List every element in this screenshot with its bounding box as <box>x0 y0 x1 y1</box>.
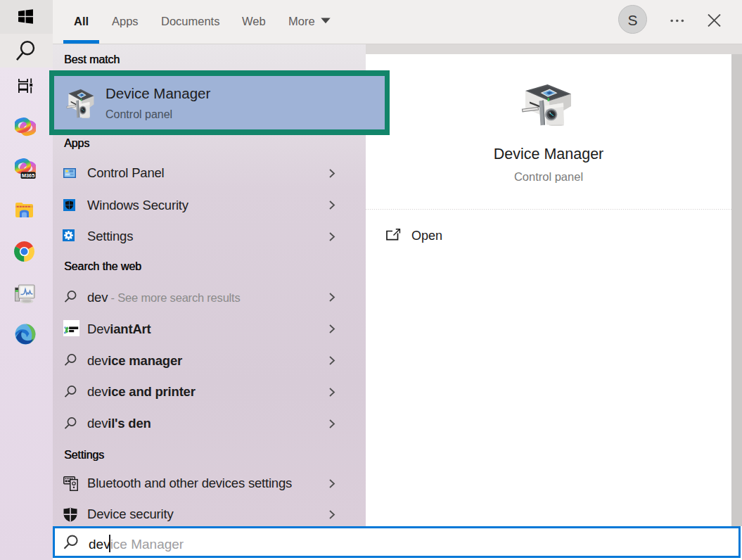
svg-text:M365: M365 <box>22 172 34 179</box>
